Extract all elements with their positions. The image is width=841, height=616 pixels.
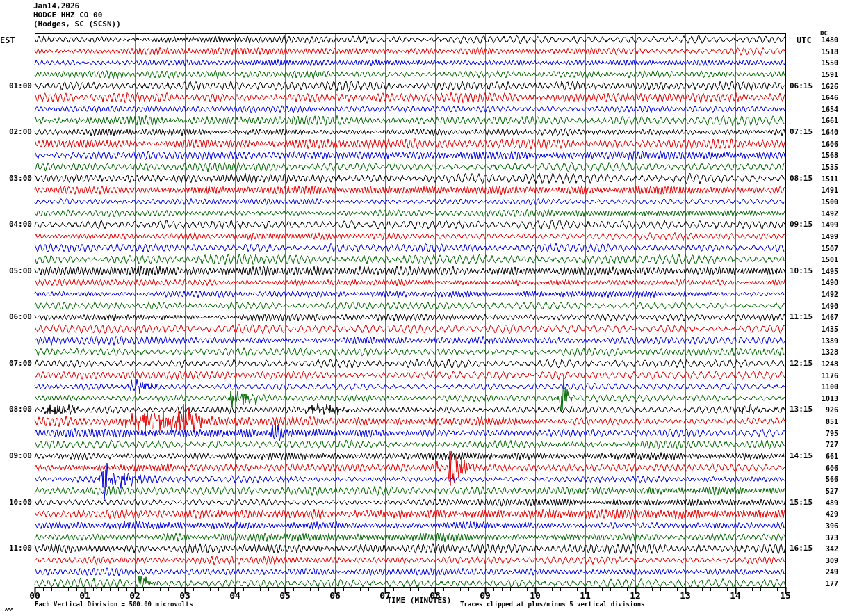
dc-offset-value: 429 <box>817 510 838 518</box>
x-axis-tick-label: 11 <box>574 590 596 601</box>
est-time-label: 08:00 <box>0 405 32 414</box>
header-date: Jan14,2026 <box>33 1 79 10</box>
est-time-label: 10:00 <box>0 498 32 507</box>
utc-axis-label: UTC <box>797 35 812 45</box>
utc-time-label: 08:15 <box>790 174 813 183</box>
dc-offset-value: 1499 <box>817 233 838 241</box>
dc-offset-value: 1500 <box>817 198 838 206</box>
utc-time-label: 16:15 <box>790 544 813 553</box>
est-time-label: 04:00 <box>0 220 32 229</box>
x-axis-tick-label: 10 <box>524 590 546 601</box>
dc-offset-value: 1626 <box>817 83 838 90</box>
wave-mark-icon <box>5 602 13 615</box>
dc-offset-value: 1535 <box>817 163 838 171</box>
x-axis-tick-label: 13 <box>674 590 696 601</box>
x-axis-tick-label: 01 <box>74 590 96 601</box>
x-axis-tick-label: 15 <box>774 590 797 601</box>
dc-offset-value: 396 <box>817 522 838 530</box>
dc-offset-value: 1491 <box>817 186 838 194</box>
dc-offset-value: 606 <box>817 464 838 472</box>
utc-time-label: 15:15 <box>790 498 813 507</box>
x-axis-tick-label: 03 <box>174 590 196 601</box>
utc-time-label: 12:15 <box>790 359 813 368</box>
dc-offset-value: 1495 <box>817 268 838 275</box>
utc-time-label: 13:15 <box>790 405 813 414</box>
est-time-label: 05:00 <box>0 266 32 275</box>
x-axis-tick-label: 04 <box>224 590 246 601</box>
est-time-label: 09:00 <box>0 451 32 460</box>
dc-offset-value: 249 <box>817 568 838 576</box>
dc-offset-value: 661 <box>817 453 838 460</box>
est-time-label: 07:00 <box>0 359 32 368</box>
dc-offset-value: 1176 <box>817 372 838 380</box>
dc-offset-value: 1480 <box>817 36 838 44</box>
dc-offset-value: 1100 <box>817 383 838 391</box>
dc-offset-value: 1490 <box>817 279 838 286</box>
dc-offset-value: 1550 <box>817 59 838 67</box>
seismogram-plot-canvas <box>0 0 841 616</box>
utc-time-label: 10:15 <box>790 266 813 275</box>
utc-time-label: 06:15 <box>790 81 813 90</box>
x-axis-tick-label: 00 <box>24 590 46 601</box>
est-time-label: 03:00 <box>0 174 32 183</box>
dc-offset-value: 1328 <box>817 348 838 356</box>
est-time-label: 11:00 <box>0 544 32 553</box>
utc-time-label: 09:15 <box>790 220 813 229</box>
dc-offset-value: 1646 <box>817 94 838 102</box>
header-station: HODGE HHZ CO 00 <box>33 10 102 19</box>
dc-offset-value: 1013 <box>817 395 838 403</box>
est-time-label: 01:00 <box>0 81 32 90</box>
dc-offset-value: 309 <box>817 557 838 565</box>
dc-offset-value: 1640 <box>817 129 838 136</box>
dc-offset-value: 1389 <box>817 337 838 345</box>
dc-offset-value: 1492 <box>817 210 838 218</box>
x-axis-tick-label: 05 <box>274 590 296 601</box>
dc-offset-value: 1654 <box>817 106 838 113</box>
x-axis-tick-label: 02 <box>124 590 146 601</box>
x-axis-tick-label: 12 <box>624 590 646 601</box>
footer-left-note: Each Vertical Division = 500.00 microvol… <box>35 601 193 608</box>
est-time-label: 02:00 <box>0 127 32 136</box>
dc-offset-value: 1518 <box>817 48 838 56</box>
x-axis-tick-label: 09 <box>474 590 496 601</box>
dc-offset-value: 1661 <box>817 117 838 124</box>
dc-offset-value: 489 <box>817 499 838 507</box>
x-axis-tick-label: 14 <box>724 590 746 601</box>
dc-offset-value: 1248 <box>817 360 838 368</box>
dc-offset-value: 1501 <box>817 256 838 264</box>
dc-offset-value: 527 <box>817 487 838 495</box>
dc-offset-value: 926 <box>817 406 838 414</box>
dc-offset-value: 851 <box>817 418 838 425</box>
dc-offset-value: 1591 <box>817 71 838 79</box>
helicorder-page: Jan14,2026 HODGE HHZ CO 00 (Hodges, SC (… <box>0 0 841 616</box>
dc-offset-value: 1492 <box>817 291 838 298</box>
dc-offset-value: 1511 <box>817 175 838 183</box>
dc-offset-value: 1435 <box>817 325 838 333</box>
dc-offset-value: 795 <box>817 430 838 437</box>
dc-offset-value: 1507 <box>817 245 838 252</box>
dc-offset-value: 177 <box>817 580 838 587</box>
dc-offset-value: 1568 <box>817 152 838 159</box>
utc-time-label: 07:15 <box>790 127 813 136</box>
x-axis-title: TIME (MINUTES) <box>364 596 475 605</box>
dc-offset-value: 727 <box>817 441 838 448</box>
dc-offset-value: 342 <box>817 545 838 553</box>
dc-offset-value: 373 <box>817 534 838 542</box>
dc-offset-value: 566 <box>817 476 838 483</box>
dc-offset-value: 1467 <box>817 314 838 321</box>
dc-offset-value: 1606 <box>817 140 838 148</box>
est-axis-label: EST <box>0 35 15 45</box>
header-location: (Hodges, SC (SCSN)) <box>33 19 121 29</box>
footer-right-note: Traces clipped at plus/minus 5 vertical … <box>460 601 645 608</box>
utc-time-label: 14:15 <box>790 451 813 460</box>
dc-offset-value: 1490 <box>817 302 838 310</box>
utc-time-label: 11:15 <box>790 312 813 321</box>
dc-offset-value: 1499 <box>817 221 838 229</box>
x-axis-tick-label: 06 <box>324 590 346 601</box>
est-time-label: 06:00 <box>0 312 32 321</box>
